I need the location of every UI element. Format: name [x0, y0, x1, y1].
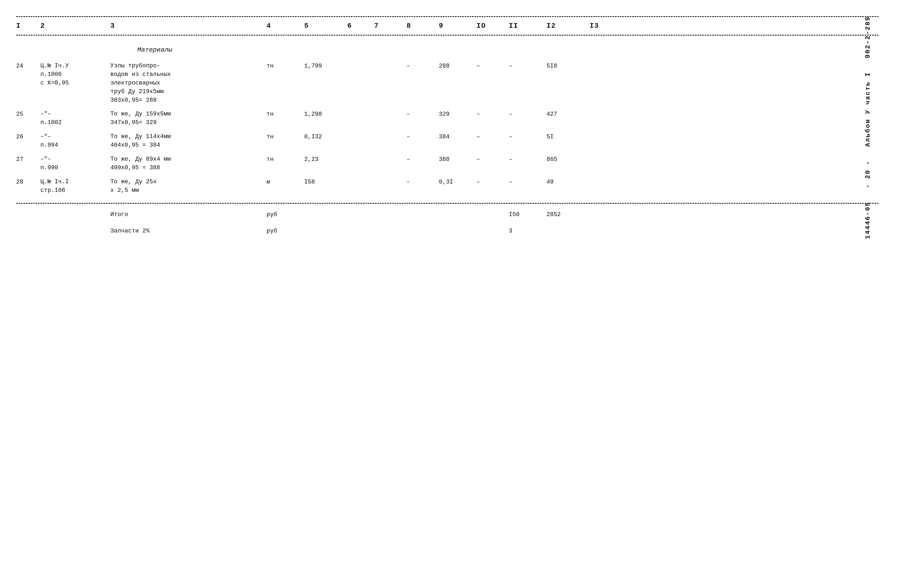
row-24-col8: –	[407, 62, 439, 71]
col-header-4: 4	[267, 22, 272, 30]
page-container: I 2 3 4 5 6 7 8 9 IO II I2 I3 Материалы …	[16, 16, 878, 239]
data-section: 24 Ц.№ Iч.У п.1006 с К=0,95 Узлы трубопр…	[16, 59, 862, 198]
row-25-col9: 329	[439, 110, 476, 119]
section-label-text: Материалы	[137, 46, 172, 54]
col-header-10: IO	[476, 22, 486, 30]
row-28-col11: –	[509, 178, 546, 187]
col-header-6: 6	[347, 22, 352, 30]
row-24-col11: –	[509, 62, 546, 71]
zapchasti-unit: руб	[267, 227, 304, 235]
row-28-col10: –	[476, 178, 509, 187]
row-28-unit: м	[267, 178, 304, 187]
row-28-ref: Ц.№ Iч.I стр.106	[40, 178, 110, 195]
total-col12-itogo: 2852	[546, 210, 590, 219]
row-28-col9: 0,3I	[439, 178, 476, 187]
table-row: 28 Ц.№ Iч.I стр.106 То же, Ду 25х х 2,5 …	[16, 175, 862, 198]
row-26-col8: –	[407, 132, 439, 141]
table-row: 27 –"– п.990 То же, Ду 89х4 мм 409х0,95 …	[16, 152, 862, 175]
row-24-col5: 1,799	[304, 62, 347, 71]
row-26-num: 26	[16, 132, 40, 141]
zapchasti-label: Запчасти 2%	[110, 227, 267, 235]
row-27-col10: –	[476, 155, 509, 164]
row-27-col5: 2,23	[304, 155, 347, 164]
row-27-col8: –	[407, 155, 439, 164]
table-row: 25 –"– п.1002 То же, Ду 159х5мм 347х0,95…	[16, 107, 862, 130]
total-label-itogo: Итого	[110, 210, 267, 219]
col-header-11: II	[509, 22, 518, 30]
row-26-col9: 384	[439, 132, 476, 141]
table-row: 26 –"– п.994 То же, Ду 114х4мм 404х0,95 …	[16, 130, 862, 152]
row-28-col8: –	[407, 178, 439, 187]
row-27-col12: 865	[546, 155, 590, 164]
section-label: Материалы	[16, 36, 862, 59]
row-24-ref: Ц.№ Iч.У п.1006 с К=0,95	[40, 62, 110, 87]
row-27-col9: 388	[439, 155, 476, 164]
row-26-col12: 5I	[546, 132, 590, 141]
col-header-9: 9	[439, 22, 444, 30]
row-26-ref: –"– п.994	[40, 132, 110, 150]
row-27-col11: –	[509, 155, 546, 164]
row-25-desc: То же, Ду 159х5мм 347х0,95= 329	[110, 110, 267, 127]
row-25-ref: –"– п.1002	[40, 110, 110, 127]
row-26-col5: 0,I32	[304, 132, 347, 141]
total-row-zapchasti: Запчасти 2% руб 3	[16, 223, 862, 239]
side-text-top: 902-2-289	[864, 16, 872, 59]
row-25-col10: –	[476, 110, 509, 119]
col-header-12: I2	[546, 22, 556, 30]
row-28-col5: I58	[304, 178, 347, 187]
row-25-unit: тн	[267, 110, 304, 119]
row-24-col12: 5I8	[546, 62, 590, 71]
totals-section: Итого руб I50 2852 Запчасти 2% руб 3	[16, 204, 862, 239]
row-24-unit: тн	[267, 62, 304, 71]
row-25-col11: –	[509, 110, 546, 119]
row-24-num: 24	[16, 62, 40, 71]
row-27-desc: То же, Ду 89х4 мм 409х0,95 = 388	[110, 155, 267, 172]
total-row-itogo: Итого руб I50 2852	[16, 206, 862, 223]
row-24-desc: Узлы трубопро- водов из стальных электро…	[110, 62, 267, 104]
row-25-col8: –	[407, 110, 439, 119]
row-28-desc: То же, Ду 25х х 2,5 мм	[110, 178, 267, 195]
col-header-1: I	[16, 22, 21, 30]
row-28-num: 28	[16, 178, 40, 187]
col-header-3: 3	[110, 22, 115, 30]
row-26-col11: –	[509, 132, 546, 141]
row-27-unit: тн	[267, 155, 304, 164]
row-27-ref: –"– п.990	[40, 155, 110, 172]
col-header-13: I3	[590, 22, 599, 30]
side-text-dash: - 20 -	[864, 160, 872, 188]
row-26-unit: тн	[267, 132, 304, 141]
row-25-num: 25	[16, 110, 40, 119]
side-text-bottom: 14446-05	[864, 201, 872, 239]
col-header-2: 2	[40, 22, 45, 30]
col-header-7: 7	[374, 22, 379, 30]
side-text-middle: Альбом У часть I	[864, 72, 872, 147]
row-25-col12: 427	[546, 110, 590, 119]
side-text-wrapper: 902-2-289 Альбом У часть I - 20 - 14446-…	[858, 16, 877, 239]
row-28-col12: 49	[546, 178, 590, 187]
table-row: 24 Ц.№ Iч.У п.1006 с К=0,95 Узлы трубопр…	[16, 59, 862, 107]
row-25-col5: 1,298	[304, 110, 347, 119]
total-col11-itogo: I50	[509, 210, 546, 219]
row-26-desc: То же, Ду 114х4мм 404х0,95 = 384	[110, 132, 267, 150]
row-24-col9: 288	[439, 62, 476, 71]
zapchasti-col11: 3	[509, 227, 546, 235]
col-header-8: 8	[407, 22, 411, 30]
total-unit-itogo: руб	[267, 210, 304, 219]
header-row: I 2 3 4 5 6 7 8 9 IO II I2 I3	[16, 17, 862, 35]
col-header-5: 5	[304, 22, 309, 30]
row-26-col10: –	[476, 132, 509, 141]
row-27-num: 27	[16, 155, 40, 164]
row-24-col10: –	[476, 62, 509, 71]
